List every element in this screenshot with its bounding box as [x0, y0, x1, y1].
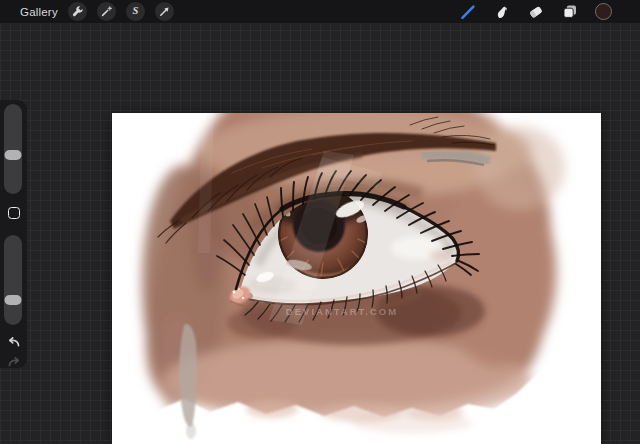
adjustments-button[interactable]	[97, 2, 116, 21]
wrench-icon	[71, 5, 84, 18]
eraser-tool-button[interactable]	[527, 3, 545, 21]
brush-size-handle[interactable]	[5, 150, 22, 160]
actions-button[interactable]	[68, 2, 87, 21]
brush-size-slider[interactable]	[4, 104, 22, 194]
brush-opacity-handle[interactable]	[5, 295, 22, 305]
smudge-finger-icon	[493, 3, 511, 21]
layers-icon	[561, 3, 579, 21]
toolbar-right-group	[459, 3, 612, 21]
layers-button[interactable]	[561, 3, 579, 21]
undo-icon	[6, 335, 21, 348]
watermark-text: DEVIANTART.COM	[286, 306, 398, 317]
brush-icon	[459, 3, 477, 21]
modify-button[interactable]	[8, 207, 20, 219]
brush-sidebar	[0, 100, 27, 368]
brush-tool-button[interactable]	[459, 3, 477, 21]
transform-arrow-icon	[158, 5, 171, 18]
eye-painting: DEVIANTART.COM	[112, 113, 601, 444]
selection-s-icon: S	[132, 6, 138, 17]
redo-icon	[6, 355, 21, 368]
canvas-area[interactable]: DEVIANTART.COM	[112, 113, 601, 444]
eraser-icon	[527, 3, 545, 21]
procreate-workspace: Gallery S	[0, 0, 640, 444]
top-toolbar: Gallery S	[0, 0, 640, 23]
redo-button[interactable]	[6, 355, 21, 371]
color-swatch-button[interactable]	[595, 3, 612, 20]
undo-button[interactable]	[6, 335, 21, 351]
transform-button[interactable]	[155, 2, 174, 21]
selection-button[interactable]: S	[126, 2, 145, 21]
smudge-tool-button[interactable]	[493, 3, 511, 21]
magic-wand-icon	[100, 5, 113, 18]
gallery-button[interactable]: Gallery	[20, 6, 58, 18]
brush-opacity-slider[interactable]	[4, 235, 22, 325]
toolbar-left-group: Gallery S	[20, 2, 174, 21]
